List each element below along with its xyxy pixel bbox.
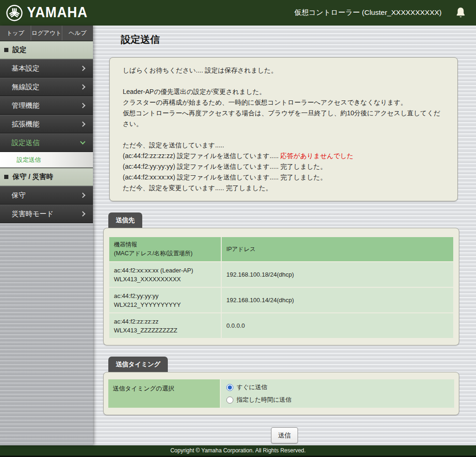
sidebar-item-basic-settings[interactable]: 基本設定 — [0, 59, 93, 78]
main-content: 設定送信 しばらくお待ちください.... 設定は保存されました。 Leader-… — [93, 26, 476, 445]
controller-title: 仮想コントローラー (Cluster_XXXXXXXXXX) — [294, 8, 442, 18]
message-line: しばらくお待ちください.... 設定は保存されました。 — [123, 65, 444, 76]
destination-panel: 機器情報 (MACアドレス/名称/設置場所) IPアドレス ac:44:f2:x… — [103, 228, 459, 345]
sidebar-item-label: 設定送信 — [12, 139, 81, 147]
nav-tab-help[interactable]: ヘルプ — [62, 26, 93, 40]
radio-label: 指定した時間に送信 — [237, 396, 291, 404]
ip-cell: 0.0.0.0 — [222, 313, 453, 338]
chevron-down-icon — [80, 139, 85, 144]
yamaha-logo: YAMAHA — [0, 4, 88, 22]
sidebar-item-label: 保守 — [12, 191, 81, 200]
chevron-right-icon — [80, 66, 85, 71]
timing-options: すぐに送信 指定した時間に送信 — [221, 379, 454, 408]
table-row: ac:44:f2:yy:yy:yy WLX212_YYYYYYYYYY 192.… — [109, 288, 453, 312]
timing-row-label: 送信タイミングの選択 — [108, 379, 220, 408]
message-line: ただ今、設定を変更しています..... 完了しました。 — [123, 183, 444, 193]
top-nav-tabs: トップ ログアウト ヘルプ — [0, 26, 93, 41]
sidebar-section-settings: 設定 — [0, 41, 93, 59]
sidebar-item-maintenance[interactable]: 保守 — [0, 186, 93, 205]
yamaha-tuning-fork-icon — [6, 4, 23, 22]
sidebar: トップ ログアウト ヘルプ 設定 基本設定 無線設定 管理機能 拡張機能 — [0, 26, 93, 445]
sidebar-item-extended[interactable]: 拡張機能 — [0, 115, 93, 133]
notification-bell-icon[interactable] — [455, 7, 467, 20]
send-button[interactable]: 送信 — [271, 427, 298, 444]
chevron-right-icon — [80, 84, 85, 89]
radio-send-now-input[interactable] — [226, 384, 233, 391]
sidebar-item-label: 基本設定 — [12, 64, 81, 73]
message-line — [123, 76, 444, 86]
timing-panel: 送信タイミングの選択 すぐに送信 指定した時間に送信 — [103, 372, 459, 415]
radio-label: すぐに送信 — [237, 383, 267, 391]
radio-send-now[interactable]: すぐに送信 — [226, 383, 449, 391]
sidebar-item-label: 管理機能 — [12, 101, 81, 110]
app-header: YAMAHA 仮想コントローラー (Cluster_XXXXXXXXXX) — [0, 0, 476, 26]
sidebar-item-wireless-settings[interactable]: 無線設定 — [0, 78, 93, 96]
page-title: 設定送信 — [121, 33, 476, 46]
nav-tab-top[interactable]: トップ — [0, 26, 31, 40]
sidebar-item-label: 拡張機能 — [12, 120, 81, 129]
message-line — [123, 129, 444, 140]
square-bullet-icon — [4, 48, 8, 52]
brand-wordmark: YAMAHA — [27, 5, 88, 21]
chevron-right-icon — [80, 192, 85, 198]
nav-tab-logout[interactable]: ログアウト — [31, 26, 62, 40]
ip-address-header: IPアドレス — [222, 237, 453, 261]
section-heading-label: 保守 / 災害時 — [13, 172, 53, 181]
app-window: YAMAHA 仮想コントローラー (Cluster_XXXXXXXXXX) トッ… — [0, 0, 476, 457]
sidebar-subitem-config-send[interactable]: 設定送信 — [0, 152, 93, 168]
sidebar-item-label: 無線設定 — [12, 83, 81, 92]
sidebar-item-label: 災害時モード — [12, 210, 81, 219]
table-row: ac:44:f2:xx:xx:xx (Leader-AP) WLX413_XXX… — [109, 262, 453, 287]
device-cell: ac:44:f2:yy:yy:yy WLX212_YYYYYYYYYY — [109, 288, 221, 312]
sidebar-item-disaster-mode[interactable]: 災害時モード — [0, 205, 93, 223]
ip-cell: 192.168.100.14/24(dhcp) — [222, 288, 453, 312]
timing-row: 送信タイミングの選択 すぐに送信 指定した時間に送信 — [108, 379, 454, 408]
destination-table: 機器情報 (MACアドレス/名称/設置場所) IPアドレス ac:44:f2:x… — [108, 236, 454, 339]
radio-send-at-time[interactable]: 指定した時間に送信 — [226, 396, 449, 404]
device-cell: ac:44:f2:zz:zz:zz WLX413_ZZZZZZZZZZ — [109, 313, 221, 338]
table-header-row: 機器情報 (MACアドレス/名称/設置場所) IPアドレス — [109, 237, 453, 261]
message-line: 仮想コントローラーへ再度アクセスする場合は、ブラウザを一旦終了し、約10分後にア… — [123, 108, 444, 129]
message-line: ただ今、設定を送信しています..... — [123, 140, 444, 151]
message-line: (ac:44:f2:xx:xx:xx) 設定ファイルを送信しています..... … — [123, 172, 444, 183]
section-heading-label: 設定 — [13, 46, 26, 54]
message-line: クラスターの再構成が始まるため、一時的に仮想コントローラーへアクセスできなくなり… — [123, 97, 444, 108]
ip-cell: 192.168.100.18/24(dhcp) — [222, 262, 453, 287]
sidebar-item-config-send[interactable]: 設定送信 — [0, 133, 93, 152]
timing-section-tab: 送信タイミング — [108, 357, 168, 372]
error-text: 応答がありませんでした — [280, 152, 353, 159]
table-row: ac:44:f2:zz:zz:zz WLX413_ZZZZZZZZZZ 0.0.… — [109, 313, 453, 338]
chevron-right-icon — [80, 103, 85, 108]
chevron-right-icon — [80, 121, 85, 126]
footer: Copyright © Yamaha Corporation. All Righ… — [0, 445, 476, 457]
sidebar-subitem-label: 設定送信 — [17, 156, 41, 164]
chevron-right-icon — [80, 211, 85, 216]
square-bullet-icon — [4, 175, 8, 179]
copyright-text: Copyright © Yamaha Corporation. All Righ… — [170, 447, 305, 454]
sidebar-filler — [0, 223, 93, 445]
device-info-header: 機器情報 (MACアドレス/名称/設置場所) — [109, 237, 221, 261]
sidebar-item-management[interactable]: 管理機能 — [0, 96, 93, 115]
destination-section-tab: 送信先 — [108, 212, 142, 228]
device-cell: ac:44:f2:xx:xx:xx (Leader-AP) WLX413_XXX… — [109, 262, 221, 287]
message-line-error: (ac:44:f2:zz:zz:zz) 設定ファイルを送信しています..... … — [123, 151, 444, 161]
radio-send-at-time-input[interactable] — [226, 397, 233, 404]
message-line: Leader-APの優先選出の設定が変更されました。 — [123, 86, 444, 97]
message-line: (ac:44:f2:yy:yy:yy) 設定ファイルを送信しています..... … — [123, 161, 444, 172]
status-message-box: しばらくお待ちください.... 設定は保存されました。 Leader-APの優先… — [109, 57, 458, 201]
sidebar-section-maintenance: 保守 / 災害時 — [0, 168, 93, 186]
